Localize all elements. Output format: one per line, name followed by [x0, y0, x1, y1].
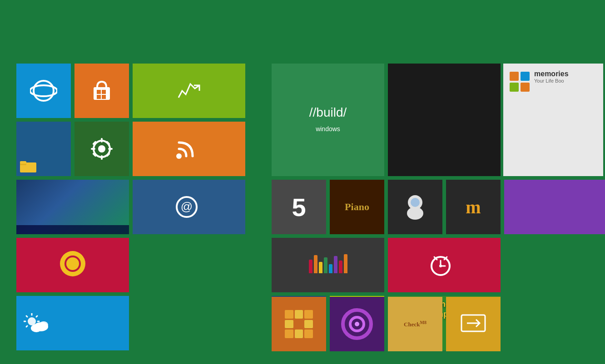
tile-label-checkm8: CheckM8: [402, 318, 428, 330]
tile-channel5[interactable]: 5: [272, 180, 326, 234]
tile-label-memories-sub: Your Life Boo: [534, 78, 569, 84]
tile-paintplay[interactable]: [272, 238, 384, 292]
tile-alarms[interactable]: [388, 238, 501, 292]
tile-tube-rider[interactable]: [504, 180, 605, 234]
svg-point-46: [439, 265, 442, 267]
svg-point-37: [39, 321, 48, 329]
svg-point-11: [98, 145, 105, 152]
tile-tile-puzzle[interactable]: [272, 297, 326, 351]
tile-build[interactable]: //build/windows: [272, 64, 384, 176]
svg-rect-13: [101, 155, 103, 160]
svg-point-0: [34, 81, 54, 101]
svg-rect-3: [97, 90, 101, 94]
tile-zero-gravity[interactable]: [388, 180, 442, 234]
svg-line-31: [26, 316, 27, 317]
svg-rect-6: [102, 95, 106, 99]
tile-remote-desktop[interactable]: [446, 297, 501, 351]
tile-piano[interactable]: Piano: [330, 180, 384, 234]
tile-memories[interactable]: memories Your Life Boo: [503, 64, 603, 176]
tile-store[interactable]: [74, 64, 129, 118]
tile-news[interactable]: [133, 122, 245, 176]
tile-desktop[interactable]: [16, 180, 129, 234]
tile-control-panel[interactable]: [74, 122, 129, 176]
svg-point-40: [407, 207, 423, 220]
svg-point-25: [66, 257, 79, 270]
svg-rect-5: [97, 95, 101, 99]
tile-measureit[interactable]: m: [446, 180, 501, 234]
svg-rect-4: [102, 90, 106, 94]
svg-rect-14: [91, 148, 95, 150]
svg-rect-9: [20, 161, 26, 164]
tile-label-memories-title: memories: [534, 70, 569, 78]
tile-internet-explorer[interactable]: [16, 64, 71, 118]
svg-point-20: [176, 153, 182, 159]
tile-nearme[interactable]: [330, 297, 384, 351]
tile-picstream[interactable]: [388, 64, 501, 176]
svg-point-26: [28, 317, 36, 325]
svg-rect-15: [108, 148, 113, 150]
tile-label-channel5: 5: [292, 192, 306, 222]
tile-socialite[interactable]: [16, 238, 129, 292]
svg-point-39: [411, 198, 420, 207]
svg-text:@: @: [181, 200, 193, 213]
tile-weather[interactable]: [16, 296, 129, 350]
tile-stocks[interactable]: [133, 64, 245, 118]
svg-line-34: [26, 326, 27, 327]
tile-checkm8[interactable]: CheckM8: [388, 297, 442, 351]
tile-label-piano: Piano: [345, 201, 369, 213]
tile-windows-explorer[interactable]: [16, 122, 71, 176]
tile-label-measureit-text: m: [466, 197, 481, 218]
svg-line-33: [36, 316, 37, 317]
tile-label-build: //build/windows: [305, 101, 352, 139]
tile-tweet-at-rama[interactable]: @: [133, 180, 245, 234]
svg-rect-12: [101, 138, 103, 143]
